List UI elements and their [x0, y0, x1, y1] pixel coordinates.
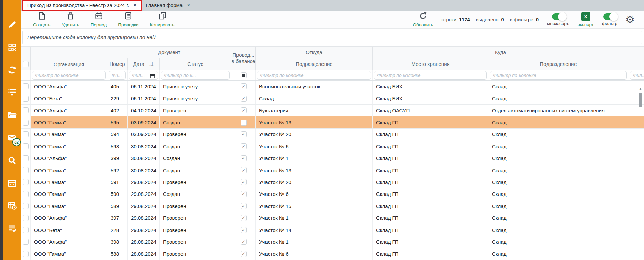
table-row[interactable]: ООО "Альфа"39828.08.2024Проверен✓Участок… [21, 236, 644, 248]
row-select-checkbox[interactable] [21, 188, 30, 200]
cell-posted-checkbox[interactable]: ✓ [231, 152, 255, 164]
select-all-checkbox[interactable] [21, 47, 30, 70]
row-select-checkbox[interactable] [21, 212, 30, 224]
table-row[interactable]: ООО "Гамма"59029.08.2024Создан✓Участок №… [21, 188, 644, 200]
row-select-checkbox[interactable] [21, 93, 30, 104]
column-header-to-department[interactable]: Подразделение [488, 58, 628, 70]
mail-icon[interactable]: 32 [7, 133, 17, 143]
cell-posted-checkbox[interactable]: ✓ [231, 93, 255, 104]
table-row[interactable]: ООО "Гамма"59330.08.2024Создан✓Участок №… [21, 140, 644, 152]
table-row[interactable]: ООО "Гамма"59503.09.2024СозданУчасток № … [21, 116, 644, 128]
tab-prihod-iz-proizvodstva[interactable]: Приход из производства - Реестр за 2024 … [22, 0, 142, 11]
table-row[interactable]: ООО "Альфа"39930.08.2024Создан✓Участок №… [21, 152, 644, 164]
sync-icon[interactable] [7, 65, 17, 75]
row-select-checkbox[interactable] [21, 105, 30, 116]
table-row[interactable]: ООО "Гамма"59129.08.2024Проверен✓Участок… [21, 176, 644, 188]
group-header-to[interactable]: Куда [372, 47, 628, 58]
table-row[interactable]: ООО "Гамма"59403.09.2024Проверен✓Участок… [21, 129, 644, 140]
close-icon[interactable]: ✕ [133, 3, 137, 8]
period-button[interactable]: Период [91, 11, 107, 27]
cell-posted-checkbox[interactable]: ✓ [231, 224, 255, 236]
checklist-icon[interactable] [7, 223, 17, 233]
column-header-status[interactable]: Статус [159, 58, 231, 70]
vertical-scrollbar[interactable]: ▲ [638, 86, 643, 260]
create-button[interactable]: Создать [33, 11, 50, 27]
copy-button[interactable]: Копировать [150, 11, 175, 27]
filter-storage-input[interactable] [374, 71, 487, 80]
cell-posted-checkbox[interactable]: ✓ [231, 188, 255, 200]
table-row[interactable]: ООО "Альфа"39729.08.2024Проверен✓Участок… [21, 212, 644, 224]
toolbar: Создать Удалить Период Проводки Копирова… [21, 11, 644, 29]
row-select-checkbox[interactable] [21, 116, 30, 128]
scroll-up-arrow[interactable]: ▲ [638, 86, 643, 91]
export-list-icon[interactable] [7, 87, 17, 98]
row-select-checkbox[interactable] [21, 200, 30, 212]
multisort-toggle[interactable]: множ.сорт. [547, 13, 569, 26]
gear-icon[interactable]: ⚙ [625, 15, 635, 25]
cell-posted-checkbox[interactable] [231, 116, 255, 128]
row-select-checkbox[interactable] [21, 152, 30, 164]
period-calendar-icon [94, 11, 103, 22]
table-row[interactable]: ООО "Альфа"40506.11.2024Принят к учету✓В… [21, 81, 644, 93]
table-row[interactable]: ООО "Гамма"58828.08.2024Проверен✓Участок… [21, 248, 644, 260]
group-by-bar[interactable]: Перетащите сюда колонку для группировки … [21, 29, 644, 46]
column-header-number[interactable]: Номер [107, 58, 127, 70]
calendar-icon[interactable] [7, 178, 17, 188]
refresh-button[interactable]: Обновить [413, 11, 433, 27]
filter-posted-checkbox[interactable] [231, 70, 255, 80]
cell-posted-checkbox[interactable]: ✓ [231, 236, 255, 248]
row-select-checkbox[interactable] [21, 248, 30, 260]
row-select-checkbox[interactable] [21, 81, 30, 92]
row-select-checkbox[interactable] [21, 236, 30, 248]
postings-button[interactable]: Проводки [118, 11, 138, 27]
filter-number-input[interactable] [109, 71, 126, 80]
column-header-sum[interactable]: Сумма [628, 58, 644, 70]
table-row[interactable]: ООО "Альфа"40204.10.2024Проверен✓Бухгалт… [21, 105, 644, 116]
column-header-storage[interactable]: Место хранения [372, 58, 488, 70]
delete-button[interactable]: Удалить [62, 11, 79, 27]
cell-number: 591 [107, 176, 127, 188]
filter-sum-input[interactable] [630, 71, 644, 80]
export-excel-button[interactable]: X экспорт [578, 12, 594, 27]
row-select-checkbox[interactable] [21, 129, 30, 140]
column-header-date[interactable]: Дата↓1 [127, 58, 159, 70]
search-icon[interactable] [7, 155, 17, 165]
filter-to-department-input[interactable] [490, 71, 627, 80]
cell-posted-checkbox[interactable]: ✓ [231, 129, 255, 140]
cell-posted-checkbox[interactable]: ✓ [231, 105, 255, 116]
cell-posted-checkbox[interactable]: ✓ [231, 248, 255, 260]
row-select-checkbox[interactable] [21, 140, 30, 152]
table-row[interactable]: ООО "Бета"22906.11.2024Принят к учету✓Ск… [21, 93, 644, 105]
cell-posted-checkbox[interactable]: ✓ [231, 176, 255, 188]
filter-organization-input[interactable] [32, 71, 106, 80]
row-select-checkbox[interactable] [21, 164, 30, 176]
row-select-checkbox[interactable] [21, 224, 30, 236]
column-header-organization[interactable]: Организация [30, 47, 107, 70]
table-row[interactable]: ООО "Бета"22829.08.2024Проверен✓Участок … [21, 224, 644, 236]
group-header-document[interactable]: Документ [107, 47, 231, 58]
column-header-posted[interactable]: Провод...в балансе [231, 47, 255, 70]
column-header-from-department[interactable]: Подразделение [255, 58, 372, 70]
cell-posted-checkbox[interactable]: ✓ [231, 164, 255, 176]
tab-glavnaya-forma[interactable]: Главная форма ✕ [142, 0, 194, 11]
scroll-thumb[interactable] [639, 93, 642, 107]
table-row[interactable]: ООО "Гамма"58929.08.2024Проверен✓Участок… [21, 200, 644, 212]
filter-status-input[interactable] [161, 71, 230, 80]
edit-icon[interactable] [7, 20, 17, 30]
cell-posted-checkbox[interactable]: ✓ [231, 81, 255, 92]
close-icon[interactable]: ✕ [187, 3, 190, 8]
report-schedule-icon[interactable] [7, 201, 17, 211]
cell-from-department: Склад [255, 93, 372, 104]
table-row[interactable]: ООО "Гамма"59230.08.2024Создан✓Участок №… [21, 164, 644, 176]
filter-from-department-input[interactable] [257, 71, 371, 80]
multisort-toggle-label: множ.сорт. [547, 21, 569, 26]
row-select-checkbox[interactable] [21, 176, 30, 188]
filter-date-input[interactable] [129, 71, 158, 80]
qr-code-icon[interactable] [7, 42, 17, 52]
cell-posted-checkbox[interactable]: ✓ [231, 140, 255, 152]
folder-icon[interactable] [7, 110, 17, 120]
filter-toggle[interactable]: фильтр [602, 13, 617, 26]
group-header-from[interactable]: Откуда [255, 47, 372, 58]
cell-posted-checkbox[interactable]: ✓ [231, 200, 255, 212]
cell-posted-checkbox[interactable]: ✓ [231, 212, 255, 224]
